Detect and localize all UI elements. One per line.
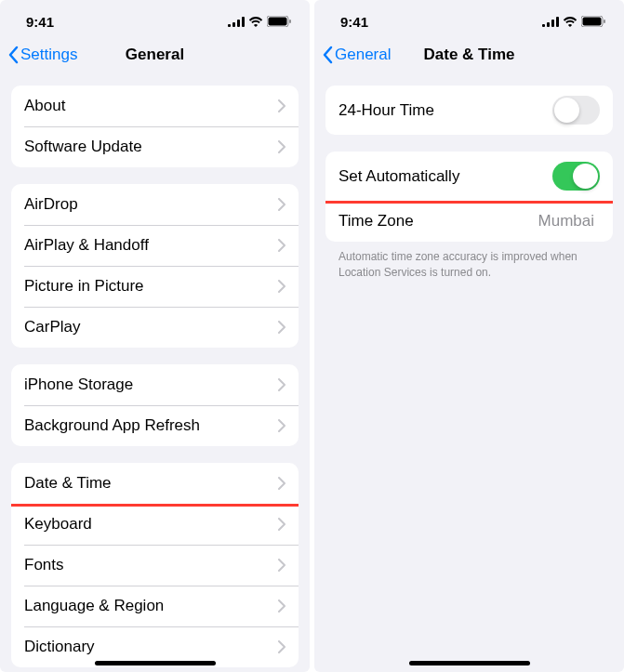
- row-label: 24-Hour Time: [339, 101, 434, 120]
- row-label: AirDrop: [24, 195, 78, 214]
- row-label: Dictionary: [24, 638, 95, 656]
- back-label: Settings: [20, 46, 77, 64]
- row-date-time[interactable]: Date & Time: [11, 463, 299, 504]
- svg-rect-5: [269, 18, 287, 26]
- chevron-right-icon: [278, 378, 285, 391]
- group-4: Date & Time Keyboard Fonts Language & Re…: [11, 463, 299, 667]
- group-24hour: 24-Hour Time: [325, 86, 613, 135]
- battery-icon: [581, 16, 605, 27]
- row-value: Mumbai: [538, 212, 594, 231]
- row-about[interactable]: About: [11, 86, 299, 126]
- row-label: Keyboard: [24, 515, 92, 534]
- content: 24-Hour Time Set Automatically Time Zone…: [314, 76, 624, 672]
- row-keyboard[interactable]: Keyboard: [11, 504, 299, 545]
- back-button[interactable]: General: [322, 46, 391, 64]
- cellular-icon: [228, 17, 245, 27]
- chevron-right-icon: [278, 99, 285, 112]
- svg-rect-8: [547, 22, 550, 27]
- status-icons: [228, 16, 291, 27]
- content: About Software Update AirDrop AirPlay & …: [0, 76, 310, 672]
- nav-bar: General Date & Time: [314, 37, 624, 76]
- page-title: Date & Time: [424, 46, 515, 64]
- chevron-left-icon: [322, 46, 333, 64]
- row-picture-in-picture[interactable]: Picture in Picture: [11, 266, 299, 307]
- row-airdrop[interactable]: AirDrop: [11, 184, 299, 225]
- status-bar: 9:41: [0, 0, 310, 37]
- row-airplay-handoff[interactable]: AirPlay & Handoff: [11, 225, 299, 266]
- status-time: 9:41: [340, 14, 368, 30]
- row-label: AirPlay & Handoff: [24, 236, 149, 255]
- svg-rect-2: [237, 20, 240, 27]
- chevron-right-icon: [278, 321, 285, 334]
- chevron-right-icon: [278, 198, 285, 211]
- row-label: Software Update: [24, 138, 142, 156]
- back-label: General: [335, 46, 391, 64]
- phone-date-time: 9:41 General Date & Time 24-Hour Time Se…: [314, 0, 624, 672]
- svg-rect-6: [289, 20, 291, 23]
- group-3: iPhone Storage Background App Refresh: [11, 364, 299, 446]
- home-indicator[interactable]: [95, 661, 216, 665]
- chevron-right-icon: [278, 419, 285, 432]
- row-software-update[interactable]: Software Update: [11, 126, 299, 167]
- row-label: Language & Region: [24, 597, 164, 615]
- chevron-right-icon: [278, 140, 285, 153]
- chevron-right-icon: [278, 518, 285, 531]
- chevron-right-icon: [278, 239, 285, 252]
- footer-text: Automatic time zone accuracy is improved…: [339, 249, 600, 281]
- battery-icon: [267, 16, 291, 27]
- group-1: About Software Update: [11, 86, 299, 167]
- home-indicator[interactable]: [409, 661, 530, 665]
- svg-rect-9: [551, 20, 554, 27]
- row-label: Background App Refresh: [24, 416, 200, 435]
- row-set-automatically[interactable]: Set Automatically: [325, 152, 613, 201]
- svg-rect-13: [604, 20, 605, 23]
- row-label: Fonts: [24, 556, 64, 574]
- toggle-set-automatically[interactable]: [552, 162, 600, 191]
- chevron-right-icon: [278, 280, 285, 293]
- wifi-icon: [248, 17, 263, 27]
- status-bar: 9:41: [314, 0, 624, 37]
- row-iphone-storage[interactable]: iPhone Storage: [11, 364, 299, 405]
- row-language-region[interactable]: Language & Region: [11, 586, 299, 626]
- svg-rect-7: [542, 24, 545, 27]
- row-label: Date & Time: [24, 474, 112, 493]
- row-label: Set Automatically: [339, 167, 459, 186]
- row-label: Time Zone: [339, 212, 414, 231]
- page-title: General: [126, 46, 184, 64]
- row-fonts[interactable]: Fonts: [11, 545, 299, 586]
- back-button[interactable]: Settings: [7, 46, 77, 64]
- svg-rect-0: [228, 24, 231, 27]
- row-carplay[interactable]: CarPlay: [11, 307, 299, 348]
- svg-rect-12: [583, 18, 602, 26]
- row-label: About: [24, 97, 65, 115]
- chevron-left-icon: [7, 46, 19, 64]
- wifi-icon: [563, 17, 578, 27]
- row-label: CarPlay: [24, 318, 80, 336]
- group-2: AirDrop AirPlay & Handoff Picture in Pic…: [11, 184, 299, 348]
- toggle-24-hour[interactable]: [552, 96, 600, 125]
- row-time-zone[interactable]: Time Zone Mumbai: [325, 201, 613, 242]
- chevron-right-icon: [278, 640, 285, 653]
- svg-rect-10: [556, 17, 559, 27]
- nav-bar: Settings General: [0, 37, 310, 76]
- group-auto: Set Automatically Time Zone Mumbai: [325, 152, 613, 242]
- status-icons: [542, 16, 605, 27]
- status-time: 9:41: [26, 14, 54, 30]
- row-background-app-refresh[interactable]: Background App Refresh: [11, 405, 299, 446]
- cellular-icon: [542, 17, 559, 27]
- chevron-right-icon: [278, 559, 285, 572]
- chevron-right-icon: [278, 600, 285, 613]
- phone-general: 9:41 Settings General About Software Upd…: [0, 0, 310, 672]
- row-24-hour-time[interactable]: 24-Hour Time: [325, 86, 613, 135]
- svg-rect-1: [232, 22, 235, 27]
- row-label: iPhone Storage: [24, 376, 133, 394]
- row-label: Picture in Picture: [24, 277, 144, 296]
- chevron-right-icon: [278, 477, 285, 490]
- svg-rect-3: [242, 17, 245, 27]
